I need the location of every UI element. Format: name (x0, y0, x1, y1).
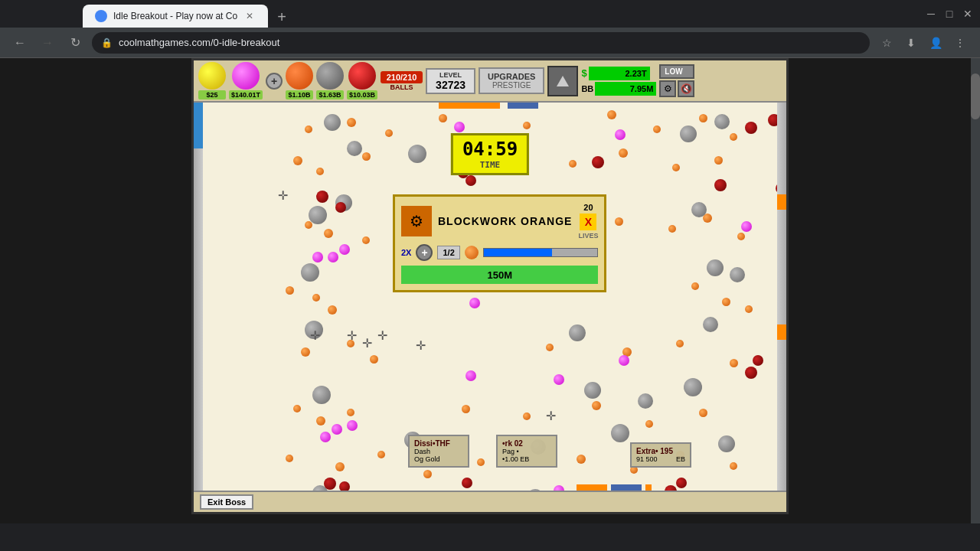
bottom-bar-orange (577, 484, 607, 491)
gray-ball-button[interactable] (316, 62, 344, 90)
upgrades-button[interactable]: UPGRADES PRESTIGE (479, 67, 544, 94)
top-bar-segment (439, 103, 500, 109)
url-text: coolmathgames.com/0-idle-breakout (119, 37, 279, 48)
progress-bar-fill (484, 249, 552, 256)
sound-button[interactable]: 🔇 (678, 80, 694, 97)
money-section: $ 2.23T BB 7.95M (581, 67, 656, 96)
block-tooltip: ⚙ BLOCKWORK ORANGE 20 X LIVES 2X + 1/2 (393, 194, 606, 292)
game-ball (347, 340, 354, 347)
game-ball (301, 263, 319, 282)
scrollbar-thumb[interactable] (971, 73, 980, 119)
active-tab[interactable]: Idle Breakout - Play now at Co ✕ (83, 5, 268, 28)
game-ball (312, 252, 323, 262)
popup-extra: Extra• 195 91 500 EB (630, 442, 691, 468)
new-tab-button[interactable]: + (271, 6, 292, 28)
refresh-button[interactable]: ↻ (64, 32, 86, 54)
orange-ball-col: $1.10B (286, 62, 313, 99)
game-ball (680, 126, 697, 142)
fraction-display: 1/2 (437, 246, 459, 259)
game-ball (645, 420, 653, 428)
profile-button[interactable]: 👤 (925, 32, 946, 54)
back-button[interactable]: ← (9, 32, 31, 54)
x-icon: X (580, 214, 596, 230)
scrollbar[interactable] (971, 58, 980, 523)
gray-ball-price: $1.63B (316, 90, 344, 99)
downloads-button[interactable]: ⬇ (900, 32, 922, 54)
timer-value: 04:59 (462, 139, 518, 160)
game-ball (546, 344, 554, 351)
lock-icon: 🔒 (101, 37, 113, 48)
popup-row: Dash (414, 448, 463, 455)
game-ball (745, 305, 753, 313)
game-ball (312, 294, 320, 302)
ball-mini (465, 246, 479, 259)
minimize-button[interactable]: ─ (925, 8, 937, 20)
prestige-label: PRESTIGE (488, 81, 535, 90)
game-ball (615, 129, 626, 140)
game-ball (699, 114, 707, 122)
game-ball (347, 409, 354, 416)
block-info: BLOCKWORK ORANGE (438, 215, 572, 227)
game-ball (347, 141, 362, 156)
game-ball (592, 156, 604, 168)
quality-button[interactable]: LOW (659, 64, 694, 79)
game-ball (324, 114, 341, 131)
game-ball (328, 252, 338, 262)
game-ball (607, 110, 616, 119)
top-bar-segment-blue (508, 103, 538, 109)
menu-button[interactable]: ⋮ (949, 32, 971, 54)
pink-ball-button[interactable] (232, 62, 260, 90)
timer-display: 04:59 TIME (451, 133, 529, 175)
game-ball (714, 156, 723, 165)
game-ball (703, 317, 718, 332)
bookmark-button[interactable]: ☆ (876, 32, 897, 54)
game-ball (554, 374, 564, 385)
money-row: $ 2.23T (581, 67, 656, 80)
yellow-ball-button[interactable] (198, 62, 226, 90)
game-ball (316, 416, 325, 425)
left-bar-segment (194, 103, 203, 148)
cross-icon: ✛ (278, 188, 288, 203)
right-bar-orange-mid (777, 324, 786, 340)
add-circle-button[interactable]: + (416, 244, 433, 261)
maximize-button[interactable]: □ (943, 8, 956, 20)
add-ball-button[interactable]: + (266, 73, 283, 90)
game-ball (619, 148, 628, 158)
game-ball (737, 233, 745, 240)
game-ball (699, 409, 707, 417)
arrow-button[interactable] (547, 66, 578, 96)
game-ball (385, 129, 393, 137)
game-ball (362, 152, 371, 161)
game-ball (665, 485, 677, 491)
bb-label: BB (581, 84, 593, 93)
tab-close-button[interactable]: ✕ (243, 10, 256, 22)
game-ball (305, 126, 312, 133)
left-side-bar (194, 103, 203, 491)
exit-boss-button[interactable]: Exit Boss (200, 494, 253, 510)
game-ball (745, 367, 757, 379)
game-ball (668, 225, 676, 233)
game-ball (691, 202, 707, 217)
game-ball (454, 122, 465, 132)
game-ball (569, 160, 577, 168)
page-content: $25 $140.01T + $1.10B $1.63B $10.03B (0, 58, 980, 523)
close-button[interactable]: ✕ (962, 8, 974, 20)
popup-title: Dissi•THF (414, 439, 463, 448)
popup-title: Extra• 195 (636, 447, 685, 455)
game-ball (335, 462, 345, 471)
pink-ball-price: $140.01T (229, 90, 263, 99)
game-ball (745, 122, 757, 134)
game-ball (316, 191, 328, 203)
address-bar[interactable]: 🔒 coolmathgames.com/0-idle-breakout (92, 32, 870, 54)
red-ball-button[interactable] (348, 62, 376, 90)
game-ball (730, 267, 745, 282)
forward-button[interactable]: → (37, 32, 58, 54)
game-ball (714, 114, 730, 129)
popup-row: 91 500 EB (636, 455, 685, 463)
game-field[interactable]: 04:59 TIME ⚙ BLOCKWORK ORANGE 20 X LIVES (194, 103, 786, 491)
game-ball (523, 412, 531, 420)
game-ball (554, 485, 564, 491)
game-ball (462, 405, 470, 413)
gear-button[interactable]: ⚙ (659, 80, 676, 97)
orange-ball-button[interactable] (286, 62, 313, 90)
